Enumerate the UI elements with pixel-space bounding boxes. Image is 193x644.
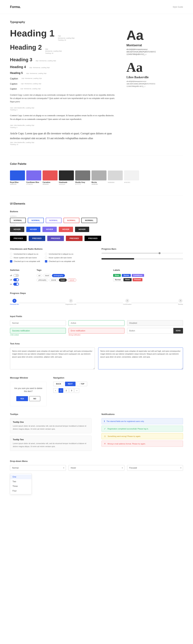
step-3: 3 Confirmation	[123, 299, 132, 305]
label-hover: Hover	[124, 278, 132, 281]
btn-pressed-4[interactable]: PRESSED	[66, 236, 82, 241]
page-next[interactable]: ›	[74, 388, 79, 393]
heading-4-meta: 18pt Montserrat, Leading 26pt	[29, 66, 50, 69]
step-circle-1[interactable]: 1	[12, 299, 16, 303]
btn-pressed-1[interactable]: PRESSED	[10, 236, 26, 241]
swatch-name-carnation: Carnation	[42, 182, 50, 183]
textarea-2[interactable]: Nemo enim ipsam voluptatem quia voluptas…	[98, 348, 183, 370]
baskerville-chars: abcdefghijklmnopqrstuvwxyz ABCDEFGHIJKLM…	[126, 80, 183, 88]
btn-hover-1[interactable]: HOVER	[10, 227, 24, 232]
radio-3[interactable]	[45, 253, 47, 255]
yes-button[interactable]: YES	[16, 396, 28, 401]
page-2[interactable]: 2	[64, 388, 68, 393]
btn-normal-1[interactable]: NORMAL	[10, 218, 26, 223]
tag-art[interactable]: art	[36, 274, 42, 277]
tag-philosophy[interactable]: philosophy	[36, 278, 48, 282]
btn-pressed-5[interactable]: PRESSED	[84, 236, 101, 241]
dropdown-focused-wrapper: Focused ▾	[127, 465, 183, 471]
btn-hover-2[interactable]: HOVER	[26, 227, 40, 232]
switch-3[interactable]	[13, 283, 19, 286]
tag-travel[interactable]: travel	[43, 274, 51, 277]
pressed-button-row: PRESSED PRESSED PRESSED PRESSED PRESSED	[10, 236, 183, 241]
btn-normal-3[interactable]: NORMAL	[46, 218, 62, 223]
swatch-box-mocha	[92, 170, 106, 180]
step-label-2: Registration Info	[66, 304, 76, 305]
article-copy: Article Copy: Lorem ipsa quae ab illo in…	[10, 131, 116, 141]
body-copy-2: Content Copy: Lorem nisi ut aliquip ex e…	[10, 114, 116, 121]
swatch-name-mocha: Mocha	[92, 182, 97, 183]
step-circle-4[interactable]: 4	[178, 299, 182, 303]
page-prev[interactable]: ‹	[53, 388, 58, 393]
dropdown-item-four[interactable]: Four	[10, 488, 32, 493]
btn-hover-3[interactable]: HOVER	[42, 227, 57, 232]
radio-4-label: Hover system elit nam lorem	[48, 257, 72, 259]
tag-tutorial[interactable]: tutorial	[49, 278, 58, 282]
step-1: 1 Personal Info	[10, 299, 19, 305]
btn-hover-5[interactable]: HOVER	[75, 227, 89, 232]
montserrat-chars: abcdefghijklmnopqrstuvwxyz ABCDEFGHIJKLM…	[126, 48, 183, 56]
checkboxes-col: Checkboxes and Radio Buttons Unchecked l…	[10, 248, 92, 264]
btn-normal-5[interactable]: NORMAL	[81, 218, 97, 223]
checkbox-2[interactable]: ✓	[45, 260, 47, 262]
message-buttons: YES NO	[14, 396, 43, 401]
heading-1-meta: Montserrat, Leading 80ptTracking: 40	[58, 37, 74, 41]
btn-normal-2[interactable]: NORMAL	[28, 218, 44, 223]
tag-photography[interactable]: photography	[52, 274, 65, 277]
checkboxes-progress-row: Checkboxes and Radio Buttons Unchecked l…	[10, 248, 183, 264]
tag-hover[interactable]: hover	[59, 278, 67, 282]
back-button[interactable]: BACK	[53, 382, 64, 386]
tag-cancel[interactable]: cancel	[68, 278, 76, 282]
step-circle-3[interactable]: 3	[125, 299, 129, 303]
dropdown-normal[interactable]: Normal	[10, 465, 66, 471]
labels-col: Labels News Stories Exhibitions Normal H…	[113, 269, 183, 287]
page-1[interactable]: 1	[58, 388, 63, 393]
body-copy-1-meta: 12pt Libre Baskerville, Leading 20ptTrac…	[10, 107, 116, 111]
dropdown-item-three[interactable]: Three	[10, 484, 32, 488]
input-normal[interactable]	[10, 320, 66, 326]
input-with-button: SEND	[127, 328, 183, 334]
switches-tags-labels-row: Switches off off on	[10, 269, 183, 287]
send-button[interactable]: SEND	[173, 328, 183, 334]
step-circle-2[interactable]: 2	[69, 299, 73, 303]
page-3[interactable]: 3	[69, 388, 74, 393]
progress-thumb-1[interactable]	[158, 252, 160, 254]
btn-normal-4[interactable]: NORMAL	[64, 218, 79, 223]
dropdown-focused[interactable]: Focused	[127, 465, 183, 471]
switch-1[interactable]	[13, 274, 19, 277]
typography-section: Typography Heading 1 72pt Montserrat, Le…	[10, 21, 183, 146]
top-button[interactable]: ↑ TOP	[76, 382, 87, 386]
swatch-label-carnation: #E85454	[42, 183, 48, 186]
textarea-section: Text Area Nemo enim ipsam voluptatem qui…	[10, 342, 183, 370]
caption-1-meta: 14pt Montserrat, Leading 22pt	[21, 78, 42, 80]
checkbox-1[interactable]: ✓	[10, 260, 12, 262]
dropdown-hover[interactable]: Hover	[68, 465, 124, 471]
next-button[interactable]: NEXT	[65, 382, 76, 386]
btn-hover-4[interactable]: HOVER	[59, 227, 73, 232]
dropdown-item-two[interactable]: Two	[10, 479, 32, 484]
textarea-1[interactable]: Nemo enim ipsam voluptatem quia voluptas…	[10, 348, 95, 370]
swatch-box-cornflower	[26, 170, 41, 180]
swatch-label-light1: #D8D8D8	[108, 182, 114, 184]
switch-row-3: on	[10, 283, 30, 286]
radio-item-3: Unchecked list ni aliquet eu ex	[45, 253, 75, 255]
input-success[interactable]	[10, 328, 66, 334]
label-exhibitions: Exhibitions	[132, 274, 144, 277]
notification-success-text: Registration completed successfully! Ple…	[108, 428, 148, 430]
switch-2[interactable]	[13, 278, 19, 281]
error-icon: ✕	[104, 442, 106, 445]
btn-pressed-3[interactable]: PRESSED	[47, 236, 64, 241]
notification-success: ✓ Registration completed successfully! P…	[102, 426, 183, 432]
tooltip-2-text: Lorem ipsum dolor sit amet, consectetur …	[13, 442, 89, 448]
message-window: Are you sure you want to delete this ite…	[10, 382, 46, 406]
input-active[interactable]	[68, 320, 124, 326]
btn-pressed-2[interactable]: PRESSED	[28, 236, 45, 241]
hover-state-label: HOVER	[10, 224, 183, 226]
radio-1[interactable]	[10, 253, 12, 255]
no-button[interactable]: NO	[29, 396, 40, 401]
radio-2[interactable]	[10, 256, 12, 259]
radio-4[interactable]	[45, 256, 47, 259]
input-error[interactable]	[68, 328, 124, 334]
input-btn-field[interactable]	[127, 328, 173, 334]
dropdown-item-one[interactable]: One	[10, 474, 32, 479]
tag-row-2: philosophy tutorial hover cancel	[36, 278, 106, 282]
